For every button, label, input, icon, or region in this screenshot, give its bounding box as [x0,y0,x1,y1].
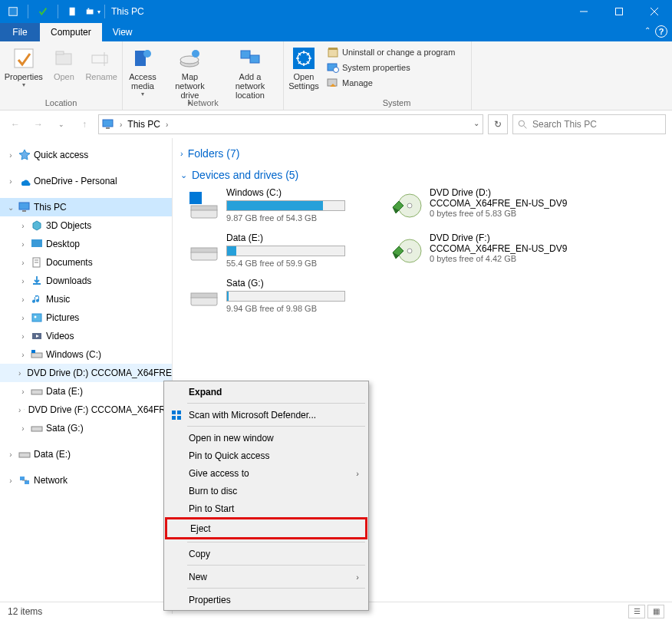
drive-item[interactable]: Data (E:)55.4 GB free of 59.9 GB [186,231,374,273]
sidebar-drive-g[interactable]: ›Sata (G:) [0,419,172,437]
ctx-pin-start[interactable]: Pin to Start [166,500,367,517]
access-media-button[interactable]: Accessmedia▾ [124,43,161,97]
svg-rect-6 [616,8,623,15]
ctx-open-new-window[interactable]: Open in new window [166,429,367,447]
tab-computer[interactable]: Computer [40,23,102,41]
sidebar-music[interactable]: ›Music [0,290,172,308]
collapse-ribbon-icon[interactable]: ⌃ [644,26,651,35]
svg-rect-33 [22,210,26,212]
system-properties-button[interactable]: System properties [324,60,413,75]
qat-undo-icon[interactable]: ▾ [84,3,101,20]
svg-rect-54 [191,206,217,210]
view-details-button[interactable]: ☰ [628,605,645,618]
svg-rect-23 [328,49,338,57]
svg-point-18 [192,50,199,58]
section-drives[interactable]: ⌄Devices and drives (5) [176,164,669,186]
sidebar-drive-c[interactable]: ›Windows (C:) [0,345,172,364]
close-button[interactable] [637,0,672,23]
svg-rect-9 [15,49,33,68]
svg-point-61 [407,203,412,208]
qat-back-icon[interactable] [5,3,21,20]
ctx-copy[interactable]: Copy [166,545,367,562]
status-item-count: 12 items [8,606,42,617]
drive-item[interactable]: DVD Drive (D:)CCCOMA_X64FRE_EN-US_DV90 b… [390,186,578,228]
sidebar-desktop[interactable]: ›Desktop [0,235,172,253]
open-settings-button[interactable]: OpenSettings [285,43,322,97]
sidebar-downloads[interactable]: ›Downloads [0,272,172,290]
svg-rect-58 [189,199,195,204]
search-input[interactable]: Search This PC [512,114,666,134]
drive-label: CCCOMA_X64FRE_EN-US_DV9 [430,198,576,209]
sidebar-3d-objects[interactable]: ›3D Objects [0,216,172,235]
ctx-eject[interactable]: Eject [167,519,365,537]
context-menu: Expand Scan with Microsoft Defender... O… [163,381,369,611]
ctx-burn[interactable]: Burn to disc [166,482,367,500]
maximize-button[interactable] [601,0,637,23]
ribbon-tabstrip: File Computer View ⌃ ? [0,23,672,41]
group-system-label: System [322,98,471,110]
nav-forward-button[interactable]: → [29,115,48,134]
drive-free-space: 0 bytes free of 4.42 GB [430,254,576,263]
breadcrumb-this-pc[interactable]: This PC [127,119,160,130]
drive-free-space: 9.94 GB free of 9.98 GB [226,304,373,313]
ctx-defender[interactable]: Scan with Microsoft Defender... [166,406,367,424]
nav-back-button[interactable]: ← [6,115,25,134]
svg-rect-56 [189,192,195,197]
group-network-label: Network [123,98,283,110]
ctx-expand[interactable]: Expand [166,383,367,401]
rename-button: Rename [82,43,120,97]
tab-view[interactable]: View [102,23,143,41]
svg-rect-45 [31,390,42,394]
section-folders[interactable]: ›Folders (7) [176,143,669,164]
add-network-location-button[interactable]: Add a networklocation [219,43,282,97]
manage-button[interactable]: Manage [324,75,376,91]
svg-rect-20 [250,55,259,63]
address-bar[interactable]: › This PC › ⌄ [98,114,483,134]
minimize-button[interactable] [566,0,601,23]
ctx-properties[interactable]: Properties [166,591,367,608]
sidebar-this-pc[interactable]: ⌄This PC [0,198,172,216]
drive-item[interactable]: Sata (G:)9.94 GB free of 9.98 GB [186,276,374,318]
view-tiles-button[interactable]: ▦ [647,605,664,618]
svg-rect-28 [103,120,113,127]
sidebar-pictures[interactable]: ›Pictures [0,308,172,327]
svg-rect-29 [106,127,110,129]
navigation-pane: ›Quick access ›OneDrive - Personal ⌄This… [0,138,173,614]
ctx-give-access[interactable]: Give access to› [166,464,367,482]
drive-progress [226,200,345,211]
svg-rect-3 [87,9,94,14]
qat-properties-icon[interactable] [35,3,51,20]
svg-rect-19 [241,51,250,58]
sidebar-drive-d[interactable]: ›DVD Drive (D:) CCCOMA_X64FRE [0,364,172,382]
uninstall-program-button[interactable]: Uninstall or change a program [324,45,458,60]
help-icon[interactable]: ? [655,25,667,38]
sidebar-onedrive[interactable]: ›OneDrive - Personal [0,172,172,190]
ctx-pin-quick-access[interactable]: Pin to Quick access [166,447,367,464]
svg-point-39 [35,316,37,318]
nav-recent-button[interactable]: ⌄ [52,115,71,134]
sidebar-drive-e[interactable]: ›Data (E:) [0,382,172,401]
sidebar-drive-f[interactable]: ›DVD Drive (F:) CCCOMA_X64FRE [0,401,172,419]
tab-file[interactable]: File [0,23,40,41]
sidebar-network[interactable]: ›Network [0,471,172,490]
refresh-button[interactable]: ↻ [488,114,508,134]
sidebar-documents[interactable]: ›Documents [0,253,172,272]
svg-rect-24 [328,48,338,50]
drive-icon [188,236,220,268]
svg-point-65 [407,249,412,253]
sidebar-data-e[interactable]: ›Data (E:) [0,445,172,463]
ctx-new[interactable]: New› [166,568,367,585]
properties-button[interactable]: Properties▾ [2,43,45,97]
chevron-right-icon: › [356,469,359,478]
group-location-label: Location [0,98,122,110]
qat-new-icon[interactable] [64,3,81,20]
sidebar-quick-access[interactable]: ›Quick access [0,146,172,164]
navigation-row: ← → ⌄ ↑ › This PC › ⌄ ↻ Search This PC [0,110,672,138]
drive-item[interactable]: Windows (C:)9.87 GB free of 54.3 GB [186,186,374,228]
drive-item[interactable]: DVD Drive (F:)CCCOMA_X64FRE_EN-US_DV90 b… [390,231,578,273]
map-network-drive-button[interactable]: Map networkdrive▾ [161,43,219,97]
nav-up-button[interactable]: ↑ [75,115,94,134]
titlebar: ▾ This PC [0,0,672,23]
address-dropdown-icon[interactable]: ⌄ [473,119,479,127]
sidebar-videos[interactable]: ›Videos [0,327,172,345]
